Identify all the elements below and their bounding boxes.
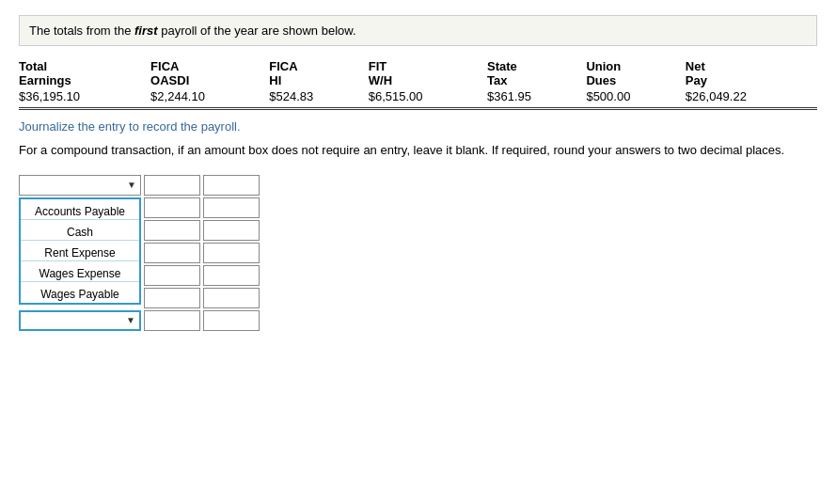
credit-input-wages-payable[interactable] [203, 288, 260, 308]
payroll-value-2: $524.83 [269, 87, 368, 109]
credit-input-accounts-payable[interactable] [203, 197, 260, 218]
payroll-value-4: $361.95 [487, 87, 586, 109]
col-header-5: Union Dues [586, 57, 685, 87]
bottom-entry-row: ▼ [19, 310, 817, 331]
credit-inputs-column [203, 197, 260, 308]
debit-input-accounts-payable[interactable] [144, 197, 200, 218]
col-header-6: Net Pay [686, 57, 817, 87]
chevron-down-icon-bottom: ▼ [126, 315, 135, 325]
intro-text-after: payroll of the year are shown below. [158, 24, 356, 38]
bottom-credit-input[interactable] [203, 310, 260, 331]
payroll-value-5: $500.00 [586, 87, 685, 109]
debit-input-wages-payable[interactable] [144, 288, 200, 308]
account-label-wages-payable: Wages Payable [21, 282, 139, 303]
top-credit-input[interactable] [203, 175, 260, 196]
col-header-0: Total Earnings [19, 57, 150, 87]
intro-box: The totals from the first payroll of the… [19, 15, 817, 46]
account-label-group: Accounts Payable Cash Rent Expense Wages… [19, 197, 141, 305]
payroll-value-6: $26,049.22 [686, 87, 817, 109]
account-label-rent-expense: Rent Expense [21, 241, 139, 261]
debit-input-cash[interactable] [144, 220, 200, 241]
col-header-4: State Tax [487, 57, 586, 87]
credit-input-rent-expense[interactable] [203, 243, 260, 263]
top-debit-input[interactable] [144, 175, 200, 196]
payroll-value-3: $6,515.00 [369, 87, 487, 109]
intro-italic: first [134, 24, 158, 38]
top-entry-row: ▼ [19, 175, 817, 196]
col-header-1: FICA OASDI [150, 57, 269, 87]
account-label-cash: Cash [21, 220, 139, 241]
compound-note: For a compound transaction, if an amount… [19, 141, 817, 160]
debit-input-rent-expense[interactable] [144, 243, 200, 263]
credit-input-wages-expense[interactable] [203, 265, 260, 286]
account-label-accounts-payable: Accounts Payable [21, 199, 139, 220]
account-label-wages-expense: Wages Expense [21, 261, 139, 282]
bottom-debit-input[interactable] [144, 310, 200, 331]
chevron-down-icon: ▼ [127, 180, 136, 190]
intro-text-before: The totals from the [29, 24, 134, 38]
grouped-journal-rows: Accounts Payable Cash Rent Expense Wages… [19, 197, 817, 308]
credit-input-cash[interactable] [203, 220, 260, 241]
payroll-table: Total Earnings FICA OASDI FICA HI FIT W/… [19, 57, 817, 110]
debit-inputs-column [144, 197, 200, 308]
col-header-2: FICA HI [269, 57, 368, 87]
col-header-3: FIT W/H [369, 57, 487, 87]
main-container: The totals from the first payroll of the… [0, 0, 836, 504]
bottom-account-dropdown[interactable]: ▼ [19, 310, 141, 331]
top-account-dropdown[interactable]: ▼ [19, 175, 141, 196]
instruction-text: Journalize the entry to record the payro… [19, 119, 817, 134]
payroll-value-0: $36,195.10 [19, 87, 150, 109]
payroll-value-1: $2,244.10 [150, 87, 269, 109]
debit-input-wages-expense[interactable] [144, 265, 200, 286]
journal-section: ▼ Accounts Payable Cash Rent Expense Wag… [19, 175, 817, 331]
